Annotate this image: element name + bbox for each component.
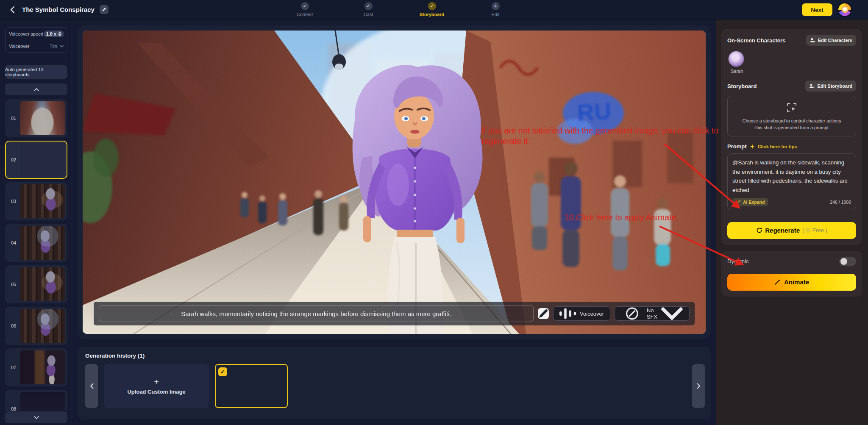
ai-expand-label: AI Expand <box>743 200 765 205</box>
storyboard-thumb-05[interactable]: 05 <box>5 265 67 303</box>
prompt-editor[interactable]: @Sarah is walking on the sidewalk, scann… <box>727 153 856 210</box>
svg-text:RU: RU <box>576 97 612 126</box>
upload-custom-image-button[interactable]: + Upload Custom Image <box>104 364 209 408</box>
step-storyboard[interactable]: ✓ Storyboard <box>415 2 449 17</box>
animate-button[interactable]: Animate <box>727 274 856 291</box>
dynamic-label: Dynamic <box>727 258 749 264</box>
shot-settings-card: On-Screen Characters Edit Characters Sar… <box>721 29 862 245</box>
regenerate-label: Regenerate <box>765 227 800 234</box>
generation-history-row: + Upload Custom Image ✓ <box>85 364 703 408</box>
storyboard-app: The Symbol Conspiracy ✓ Content ✓ Cast ✓… <box>0 0 868 425</box>
pencil-icon <box>538 308 549 319</box>
voiceover-voice-row[interactable]: Voiceover Tim <box>6 40 67 52</box>
dynamic-toggle[interactable] <box>839 257 856 266</box>
regenerate-cost: ( Free ) <box>802 227 827 233</box>
voiceover-button[interactable]: Voiceover <box>553 306 610 321</box>
history-thumb-selected[interactable]: ✓ <box>215 364 288 408</box>
scroll-down-button[interactable] <box>5 411 67 423</box>
edit-characters-button[interactable]: Edit Characters <box>806 35 856 46</box>
regenerate-button[interactable]: Regenerate ( Free ) <box>727 222 856 239</box>
back-button[interactable] <box>7 4 18 15</box>
storyboard-thumb-03[interactable]: 03 <box>5 182 67 220</box>
next-button[interactable]: Next <box>802 3 832 16</box>
edit-caption-button[interactable] <box>538 308 549 319</box>
onscreen-characters-title: On-Screen Characters <box>727 37 785 44</box>
generated-shot-image[interactable]: RU <box>83 31 706 334</box>
caption-box[interactable]: Sarah walks, momentarily noticing the st… <box>99 305 534 322</box>
storyboard-thumb-04[interactable]: 04 <box>5 224 67 262</box>
toggle-knob <box>840 258 847 265</box>
sparkle-icon <box>750 144 755 149</box>
char-counter: 246 / 1000 <box>830 200 851 205</box>
step-edit-number: 4 <box>492 2 500 10</box>
ai-expand-button[interactable]: AI Expand <box>732 198 768 206</box>
stepper-arrows[interactable] <box>58 31 61 36</box>
person-edit-icon <box>809 83 815 89</box>
chevron-left-icon <box>90 383 94 389</box>
storyboard-empty-state[interactable]: Choose a storyboard to control character… <box>727 96 856 136</box>
character-avatar-sarah[interactable] <box>728 51 744 67</box>
storyboard-thumb-06[interactable]: 06 <box>5 307 67 345</box>
history-prev-button[interactable] <box>85 364 98 408</box>
thumb-number: 06 <box>8 323 19 328</box>
credit-coin-icon <box>805 228 811 233</box>
selected-check-icon[interactable]: ✓ <box>218 367 227 376</box>
history-next-button[interactable] <box>692 364 705 408</box>
step-edit[interactable]: 4 Edit <box>479 2 512 17</box>
edit-characters-label: Edit Characters <box>818 38 852 43</box>
edit-storyboard-label: Edit Storyboard <box>817 83 852 89</box>
free-label: Free <box>812 227 824 233</box>
thumb-image-door <box>20 350 65 384</box>
animate-label: Animate <box>784 278 809 286</box>
edit-storyboard-button[interactable]: Edit Storyboard <box>805 81 856 92</box>
wand-icon <box>736 200 741 205</box>
storyboard-thumb-07[interactable]: 07 <box>5 348 67 386</box>
voiceover-button-label: Voiceover <box>580 311 604 317</box>
auto-generate-button[interactable]: Auto generated 13 storyboards <box>5 65 67 79</box>
thumb-number: 02 <box>8 157 19 162</box>
voiceover-speed-stepper[interactable]: 1.0 x <box>44 31 64 37</box>
empty-state-line2: This shot is generated from a prompt. <box>743 124 841 131</box>
thumb-number: 04 <box>8 240 19 245</box>
sfx-selector-label: No SFX <box>647 307 657 320</box>
thumb-number: 03 <box>8 199 19 204</box>
empty-state-line1: Choose a storyboard to control character… <box>743 117 841 124</box>
generation-history-title: Generation history (1) <box>85 353 703 359</box>
waveform-icon <box>559 307 576 320</box>
voiceover-label: Voiceover <box>9 44 29 49</box>
step-storyboard-label: Storyboard <box>420 12 445 17</box>
thumb-image-library-window <box>20 226 65 260</box>
voiceover-speed-row: Voiceover speed 1.0 x <box>6 28 67 40</box>
prompt-tips-link[interactable]: Click here for tips <box>758 144 797 149</box>
prompt-header: Prompt Click here for tips <box>727 143 856 150</box>
voiceover-select[interactable]: Tim <box>50 44 64 49</box>
step-up-icon[interactable] <box>58 31 61 33</box>
street-scene-illustration: RU <box>83 31 706 334</box>
sfx-selector[interactable]: No SFX <box>615 306 690 321</box>
generation-history-panel: Generation history (1) + Upload Custom I… <box>78 347 711 419</box>
thumb-image-boy <box>20 392 65 411</box>
step-edit-label: Edit <box>492 12 500 17</box>
chevron-down-icon <box>34 416 39 419</box>
collapse-list-button[interactable] <box>5 83 67 95</box>
prompt-text[interactable]: @Sarah is walking on the sidewalk, scann… <box>732 158 851 194</box>
refresh-icon <box>756 227 762 233</box>
project-title: The Symbol Conspiracy <box>22 6 95 13</box>
storyboard-thumb-02-selected[interactable]: 02 <box>5 141 67 179</box>
step-cast[interactable]: ✓ Cast <box>351 2 385 17</box>
step-storyboard-check: ✓ <box>428 2 436 10</box>
chevron-right-icon <box>697 383 701 389</box>
thumb-number: 08 <box>8 406 19 411</box>
thumb-number: 05 <box>8 282 19 287</box>
storyboard-thumb-08[interactable]: 08 <box>5 390 67 411</box>
person-edit-icon <box>810 38 815 43</box>
thumb-image-library <box>20 184 65 218</box>
storyboard-thumb-01[interactable]: 01 <box>5 99 67 137</box>
step-content[interactable]: ✓ Content <box>288 2 322 17</box>
animate-card: Dynamic Animate <box>721 251 862 297</box>
step-down-icon[interactable] <box>58 34 61 36</box>
edit-title-button[interactable] <box>100 5 108 14</box>
storyboard-sidebar: Voiceover speed 1.0 x Voiceover Tim Auto… <box>0 19 72 425</box>
shot-settings-panel: On-Screen Characters Edit Characters Sar… <box>716 19 868 425</box>
user-avatar[interactable] <box>837 3 852 17</box>
